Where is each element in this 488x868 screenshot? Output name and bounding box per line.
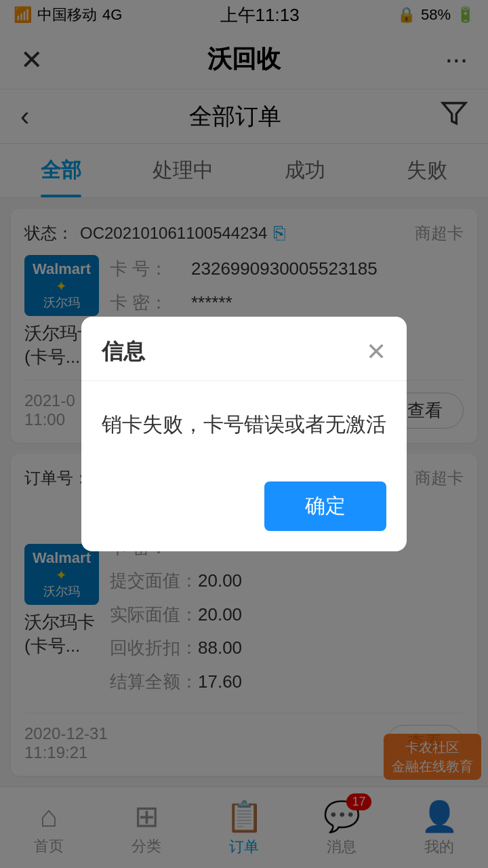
modal-confirm-button[interactable]: 确定	[264, 481, 386, 531]
modal-overlay: 信息 ✕ 销卡失败，卡号错误或者无激活 确定	[0, 0, 488, 868]
modal-header: 信息 ✕	[81, 317, 407, 381]
modal-message: 销卡失败，卡号错误或者无激活	[102, 413, 386, 435]
modal-body: 销卡失败，卡号错误或者无激活	[81, 381, 407, 468]
modal-close-button[interactable]: ✕	[366, 340, 386, 364]
modal-title: 信息	[102, 337, 145, 367]
modal-footer: 确定	[81, 468, 407, 551]
info-modal: 信息 ✕ 销卡失败，卡号错误或者无激活 确定	[81, 317, 407, 551]
